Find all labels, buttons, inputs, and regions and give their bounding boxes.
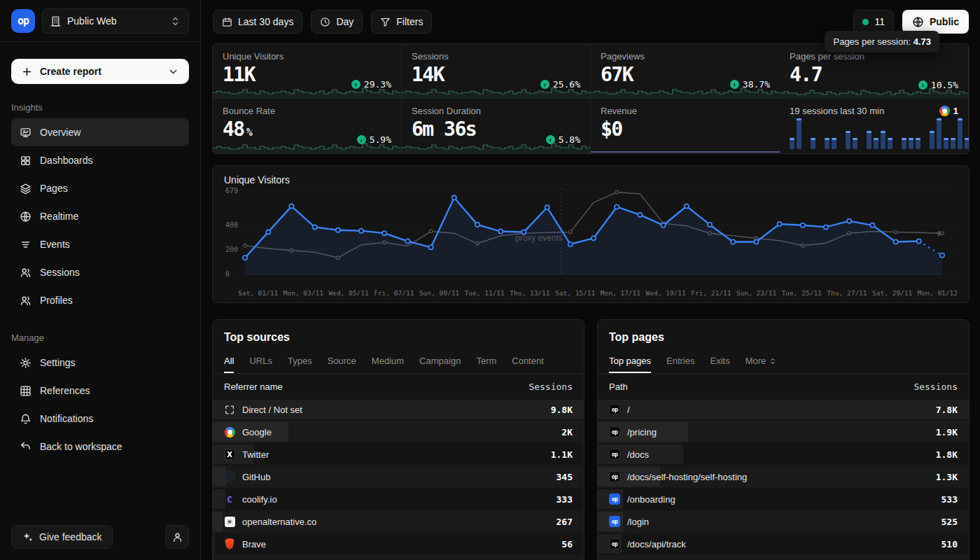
- live-session-bar: [881, 131, 886, 149]
- live-session-bar: [965, 138, 969, 149]
- sidebar-item[interactable]: Dashboards: [11, 146, 189, 174]
- page-row[interactable]: op /pricing 1.9K: [598, 421, 969, 443]
- page-path: /docs/self-hosting/self-hosting: [627, 472, 747, 482]
- trend-badge: ↑ 38.7%: [730, 79, 770, 90]
- trend-badge: ↑ 25.6%: [540, 79, 580, 90]
- stat-label: Unique Visitors: [223, 51, 391, 62]
- topbar-filter-button[interactable]: Day: [311, 10, 363, 34]
- tab[interactable]: URLs: [249, 349, 272, 373]
- stat-card[interactable]: Sessions 14K ↑ 25.6%: [402, 44, 591, 99]
- unique-visitors-chart-card[interactable]: Unique Visitors 0200400679 proxy events …: [212, 165, 969, 303]
- stat-card[interactable]: Pageviews 67K ↑ 38.7%: [591, 44, 780, 99]
- topbar-filter-button[interactable]: Filters: [371, 10, 432, 34]
- dashboards-icon: [20, 155, 31, 167]
- trend-percent: 10.5%: [931, 80, 958, 90]
- right-axis-label: 0: [937, 230, 941, 237]
- project-name: Public Web: [67, 15, 117, 27]
- source-row[interactable]: ✳ openalternative.co 267: [213, 510, 584, 533]
- give-feedback-button[interactable]: Give feedback: [11, 525, 113, 549]
- live-session-bar: [874, 138, 878, 149]
- tab[interactable]: Source: [328, 349, 356, 373]
- live-session-bar: [846, 131, 850, 149]
- page-row[interactable]: op /onboarding 533: [598, 488, 969, 510]
- source-row[interactable]: X Twitter 1.1K: [213, 443, 584, 465]
- main-content: Last 30 days Day Filters 11 Publ: [202, 0, 980, 560]
- tab[interactable]: All: [224, 349, 234, 373]
- sidebar-item-label: Dashboards: [40, 155, 93, 166]
- user-icon: [172, 531, 183, 543]
- tab[interactable]: Top pages: [609, 349, 651, 373]
- tab[interactable]: Term: [476, 349, 496, 373]
- live-session-bar: [902, 138, 906, 149]
- page-sessions: 525: [941, 517, 958, 527]
- source-name: Brave: [242, 539, 266, 550]
- overview-icon: [20, 127, 31, 139]
- trend-percent: 5.8%: [559, 134, 580, 145]
- live-sessions-bar-chart: [790, 115, 958, 149]
- page-path: /onboarding: [627, 494, 676, 505]
- live-session-bar: [790, 138, 794, 149]
- chevrons-up-down-icon: [169, 15, 181, 27]
- project-selector[interactable]: Public Web: [42, 8, 189, 34]
- tab[interactable]: Medium: [372, 349, 404, 373]
- source-row[interactable]: C coolify.io 333: [213, 488, 584, 510]
- sidebar-item[interactable]: Events: [11, 230, 189, 258]
- twitter-icon: X: [224, 449, 235, 460]
- tab[interactable]: Types: [288, 349, 312, 373]
- references-icon: [20, 385, 31, 397]
- sidebar-item[interactable]: Back to workspace: [11, 433, 189, 461]
- live-session-bar: [867, 131, 872, 149]
- stat-card[interactable]: Bounce Rate 48% ↓ 5.9%: [213, 99, 402, 153]
- create-report-button[interactable]: Create report: [11, 59, 189, 84]
- sidebar-item[interactable]: Sessions: [11, 258, 189, 286]
- source-row[interactable]: Brave 56: [213, 533, 584, 555]
- page-row[interactable]: op /docs/self-hosting/self-hosting 1.3K: [598, 465, 969, 488]
- sidebar-item[interactable]: Notifications: [11, 405, 189, 433]
- tab[interactable]: Entries: [666, 349, 694, 373]
- public-share-button[interactable]: Public: [902, 10, 969, 34]
- sidebar-footer: Give feedback: [11, 525, 189, 549]
- stat-label: Session Duration: [412, 106, 580, 116]
- y-axis-tick: 200: [225, 246, 238, 253]
- tab[interactable]: More: [746, 349, 778, 373]
- tab[interactable]: Content: [512, 349, 544, 373]
- sidebar-item[interactable]: Settings: [11, 349, 189, 377]
- page-row[interactable]: op: [598, 555, 969, 560]
- source-row[interactable]: [213, 555, 584, 560]
- plus-icon: [21, 66, 33, 78]
- live-sessions-card[interactable]: 19 sessions last 30 min 1: [780, 99, 969, 153]
- page-row[interactable]: op /login 525: [598, 510, 969, 533]
- live-visitors-button[interactable]: 11: [853, 10, 894, 34]
- source-row[interactable]: GitHub 345: [213, 465, 584, 488]
- sidebar-item[interactable]: References: [11, 377, 189, 405]
- stat-card[interactable]: Revenue $0: [591, 99, 780, 153]
- column-header-path: Path: [609, 382, 628, 392]
- calendar-icon: [222, 17, 232, 27]
- page-row[interactable]: op /docs 1.8K: [598, 443, 969, 465]
- source-row[interactable]: Direct / Not set 9.8K: [213, 398, 584, 421]
- sidebar-item[interactable]: Pages: [11, 174, 189, 202]
- x-axis-tick: Sun, 23/11: [736, 289, 776, 297]
- topbar-filter-button[interactable]: Last 30 days: [213, 10, 302, 34]
- user-menu-button[interactable]: [165, 525, 189, 549]
- stat-card[interactable]: Session Duration 6m 36s ↑ 5.8%: [402, 99, 591, 153]
- live-visitor-count: 11: [874, 16, 885, 27]
- project-row: op Public Web: [0, 0, 200, 41]
- page-row[interactable]: op /docs/api/track 510: [598, 533, 969, 555]
- tab[interactable]: Campaign: [419, 349, 461, 373]
- page-row[interactable]: op / 7.8K: [598, 398, 969, 421]
- trend-badge: ↑ 10.5%: [918, 80, 958, 90]
- clock-icon: [320, 17, 330, 27]
- page-path: /docs/api/track: [627, 539, 686, 550]
- sidebar-item[interactable]: Overview: [11, 118, 189, 146]
- insights-nav: Overview Dashboards Pages Realtime Event…: [0, 118, 200, 314]
- main-chart[interactable]: [238, 187, 958, 279]
- x-axis-tick: Sat, 15/11: [555, 289, 595, 297]
- stat-card[interactable]: Unique Visitors 11K ↑ 29.3%: [213, 44, 402, 99]
- pages-icon: [20, 183, 31, 195]
- sidebar-item[interactable]: Realtime: [11, 202, 189, 230]
- source-row[interactable]: Google 2K: [213, 421, 584, 443]
- trend-percent: 25.6%: [553, 79, 580, 90]
- tab[interactable]: Exits: [710, 349, 729, 373]
- sidebar-item[interactable]: Profiles: [11, 286, 189, 314]
